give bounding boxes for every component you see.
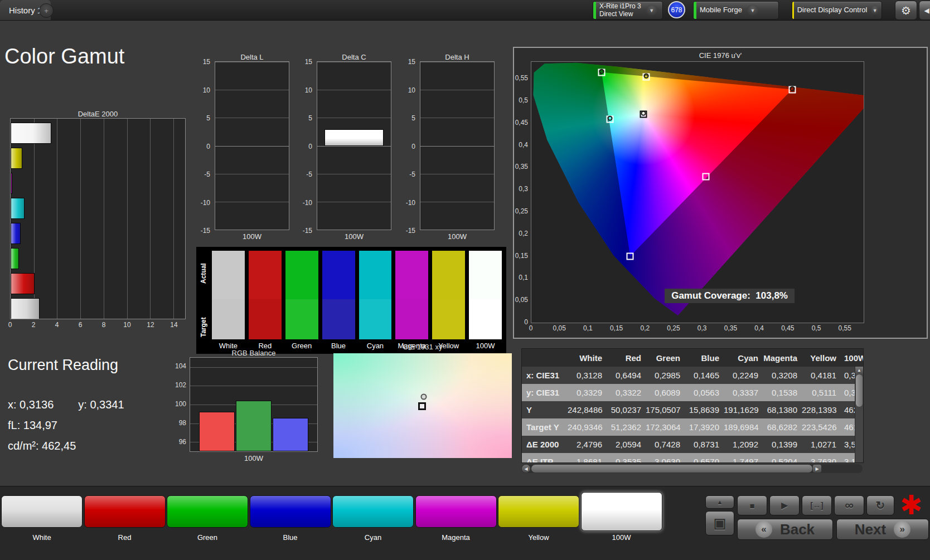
pattern-label: Magenta (415, 533, 497, 542)
rgb-bar-green (236, 401, 272, 451)
rgb-bar-blue (273, 418, 308, 451)
delta-l-plot (215, 61, 289, 230)
table-cell: 2,4796 (568, 440, 607, 449)
table-cell: 0,6089 (646, 388, 685, 397)
pattern-button-green[interactable] (167, 495, 248, 528)
table-header-row: WhiteRedGreenBlueCyanMagentaYellow100W (522, 349, 863, 367)
play-button[interactable]: ▶ (769, 495, 800, 515)
measurement-table: WhiteRedGreenBlueCyanMagentaYellow100Wx:… (521, 348, 863, 473)
pattern-up-button[interactable]: ▲ (705, 495, 734, 509)
actual-row-label: Actual (196, 247, 211, 300)
column-header: White (568, 353, 607, 363)
deltae-bar-cyan (11, 198, 25, 219)
scroll-up-arrow-icon[interactable]: ▲ (855, 367, 863, 374)
measurement-table-body: WhiteRedGreenBlueCyanMagentaYellow100Wx:… (521, 348, 864, 463)
deltae2000-bars (11, 120, 185, 319)
column-header: Magenta (763, 353, 802, 363)
gamut-marker-magenta (702, 173, 709, 180)
refresh-button[interactable]: ↻ (866, 495, 894, 515)
horizontal-scroll-thumb[interactable] (531, 465, 812, 473)
deltae2000-x-axis: 02468101214 (10, 321, 186, 330)
table-row: y: CIE310,33290,33220,60890,05630,33370,… (522, 384, 863, 401)
back-button[interactable]: « Back (737, 519, 833, 540)
pattern-label: 100W (581, 533, 662, 542)
delta-h-x-label: 100W (420, 232, 495, 241)
display-control-label: Direct Display Control (794, 6, 871, 14)
stop-button[interactable]: ■ (737, 495, 767, 515)
swatch-column: Yellow (432, 251, 465, 352)
table-cell: 3,7630 (802, 457, 841, 463)
play-icon: ▶ (781, 500, 788, 510)
pattern-button-red[interactable] (84, 495, 166, 528)
cie1976-markers (531, 62, 864, 323)
table-cell: 0,1465 (685, 371, 724, 380)
table-cell: 2,0594 (607, 440, 646, 449)
settings-button[interactable]: ⚙ (895, 1, 917, 20)
pattern-button-blue[interactable] (250, 495, 331, 528)
table-cell: 0,3337 (724, 388, 763, 397)
next-button[interactable]: Next » (836, 519, 929, 540)
side-panel-toggle[interactable]: ◀ (919, 1, 930, 20)
table-cell: 17,3920 (685, 422, 724, 432)
current-reading-title: Current Reading (8, 357, 124, 374)
table-horizontal-scrollbar[interactable]: ◀ ▶ (521, 464, 863, 473)
pattern-button-yellow[interactable] (498, 495, 579, 528)
swatch-column: 100W (469, 251, 502, 352)
swatch-magenta (395, 251, 428, 339)
cie1931-field (333, 353, 512, 458)
swatch-column: Magenta (395, 251, 428, 352)
delta-l-title: Delta L (215, 53, 289, 61)
pattern-button-magenta[interactable] (415, 495, 497, 528)
cie1931-chart: CIE 1931 xy (333, 343, 512, 458)
rgb-balance-plot (190, 357, 318, 452)
scroll-right-arrow-icon[interactable]: ▶ (813, 465, 821, 473)
meter-label: X-Rite i1Pro 3Direct View (596, 3, 645, 18)
pattern-button-cyan[interactable] (332, 495, 414, 528)
table-cell: 0,3329 (568, 388, 607, 397)
pattern-bar: WhiteRedGreenBlueCyanMagentaYellow100W ▲… (0, 486, 930, 560)
gamut-marker-blue (627, 252, 634, 260)
table-cell: 0,8731 (685, 440, 724, 449)
cie1931-circle-marker (420, 394, 427, 400)
row-label: y: CIE31 (522, 388, 568, 397)
single-measure-button[interactable]: [↔] (802, 495, 832, 515)
cie1976-title: CIE 1976 u'v' (514, 51, 927, 60)
vertical-scroll-thumb[interactable] (856, 374, 863, 407)
scroll-left-arrow-icon[interactable]: ◀ (522, 465, 530, 473)
table-cell: 191,1629 (724, 405, 763, 415)
continuous-measure-button[interactable]: ∞ (834, 495, 864, 515)
table-cell: 0,3535 (607, 457, 646, 463)
pattern-window-button[interactable]: ▣ (705, 511, 734, 535)
deltae-bar-100w (11, 123, 51, 144)
table-cell: 172,3064 (646, 422, 685, 432)
source-dropdown[interactable]: Mobile Forge ▼ (693, 1, 779, 20)
pattern-button-white[interactable] (1, 495, 83, 528)
cie1976-y-axis: 00,050,10,150,20,250,30,350,40,450,50,55 (514, 61, 529, 322)
current-reading: Current Reading x: 0,3136y: 0,3341 fL: 1… (8, 357, 124, 460)
table-cell: 0,0563 (685, 388, 724, 397)
table-vertical-scrollbar[interactable]: ▲ (855, 367, 863, 462)
table-cell: 0,2985 (646, 371, 685, 380)
swatch-yellow (432, 251, 465, 339)
deltae-bar-row (11, 145, 185, 171)
display-control-dropdown[interactable]: Direct Display Control ▼ (792, 1, 882, 20)
table-cell: 0,6494 (607, 371, 646, 380)
column-header: Green (646, 353, 685, 363)
meter-dropdown[interactable]: X-Rite i1Pro 3Direct View ▼ (593, 1, 663, 20)
chevron-down-icon: ▼ (747, 4, 759, 17)
table-cell: 175,0507 (646, 405, 685, 415)
table-cell: 68,1380 (763, 405, 802, 415)
swatch-column: White (212, 251, 245, 352)
reading-xy: x: 0,3136y: 0,3341 (8, 398, 124, 411)
table-cell: 50,0237 (607, 405, 646, 415)
deltae-bar-red (11, 273, 35, 294)
swatch-column: Cyan (359, 251, 392, 352)
rgb-balance-x-label: 100W (190, 454, 318, 462)
measured-point-white (641, 110, 646, 115)
add-tab-button[interactable]: + (39, 3, 54, 18)
pattern-button-100w[interactable] (581, 492, 662, 531)
frame-icon: [↔] (810, 501, 823, 510)
table-cell: 3,0630 (646, 457, 685, 463)
refresh-icon: ↻ (876, 499, 885, 512)
table-row: Y242,848650,0237175,050715,8639191,16296… (522, 401, 863, 418)
